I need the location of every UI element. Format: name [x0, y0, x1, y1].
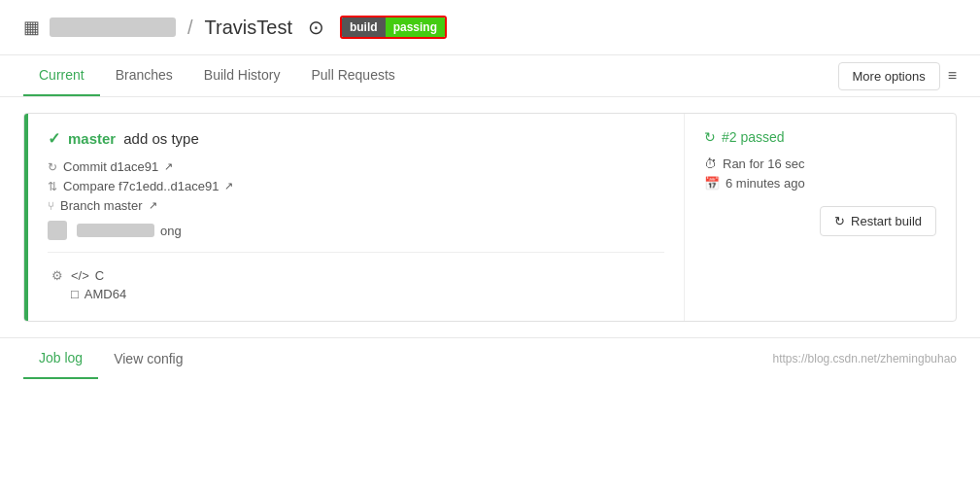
build-badge: build passing: [340, 16, 447, 39]
arch-icon: □: [71, 287, 79, 301]
commit-link-icon[interactable]: ↗: [164, 160, 173, 173]
restart-icon: ↻: [834, 214, 845, 228]
branch-link-icon[interactable]: ↗: [149, 199, 157, 212]
tab-current[interactable]: Current: [23, 55, 100, 96]
compare-icon: ⇅: [48, 180, 57, 193]
nav-bar: Current Branches Build History Pull Requ…: [0, 55, 980, 97]
check-icon: ✓: [48, 129, 60, 148]
ran-for-row: ⏱ Ran for 16 sec: [704, 157, 936, 171]
repo-icon: ▦: [23, 17, 40, 38]
user-avatar: [48, 221, 67, 240]
user-row: ong: [48, 221, 664, 240]
language-label: C: [95, 268, 104, 283]
repo-name-blurred: [50, 17, 176, 37]
commit-label[interactable]: Commit d1ace91: [63, 159, 158, 174]
commit-message: add os type: [123, 130, 199, 147]
badge-passing-label: passing: [386, 17, 445, 37]
main-content: ✓ master add os type ↻ Commit d1ace91 ↗ …: [0, 113, 980, 322]
passed-icon: ↻: [704, 129, 716, 145]
user-name-blurred: [77, 224, 154, 237]
compare-label[interactable]: Compare f7c1edd..d1ace91: [63, 179, 219, 193]
tab-pull-requests[interactable]: Pull Requests: [295, 55, 410, 96]
meta-items: </> C □ AMD64: [71, 268, 126, 301]
restart-build-button[interactable]: ↻ Restart build: [820, 206, 936, 236]
tab-build-history[interactable]: Build History: [188, 55, 296, 96]
separator: /: [187, 17, 193, 39]
more-options-button[interactable]: More options: [838, 62, 940, 90]
time-ago-row: 📅 6 minutes ago: [704, 176, 936, 191]
nav-actions: More options ≡: [838, 62, 958, 90]
branch-icon: ⑂: [48, 199, 54, 213]
tab-branches[interactable]: Branches: [100, 55, 188, 96]
build-status-label: #2 passed: [722, 129, 785, 145]
bottom-tabs: Job log View config https://blog.csdn.ne…: [0, 337, 980, 379]
commit-icon: ↻: [48, 160, 57, 174]
arch-label: AMD64: [84, 287, 126, 301]
gear-icon: ⚙: [51, 268, 63, 283]
branch-row: ⑂ Branch master ↗: [48, 198, 664, 213]
ran-for-label: Ran for 16 sec: [723, 157, 805, 171]
header-title: / TravisTest ⊙: [50, 16, 324, 39]
build-card-inner: ✓ master add os type ↻ Commit d1ace91 ↗ …: [24, 114, 956, 321]
build-title-row: ✓ master add os type: [48, 129, 664, 148]
restart-btn-container: ↻ Restart build: [704, 206, 936, 236]
user-name-suffix: ong: [160, 224, 182, 238]
build-left-panel: ✓ master add os type ↻ Commit d1ace91 ↗ …: [28, 114, 684, 321]
compare-row: ⇅ Compare f7c1edd..d1ace91 ↗: [48, 179, 664, 193]
github-icon[interactable]: ⊙: [308, 16, 324, 39]
divider: [48, 252, 664, 253]
build-meta: ⚙ </> C □ AMD64: [48, 264, 664, 305]
time-ago-label: 6 minutes ago: [726, 176, 805, 191]
commit-row: ↻ Commit d1ace91 ↗: [48, 159, 664, 174]
build-right-panel: ↻ #2 passed ⏱ Ran for 16 sec 📅 6 minutes…: [684, 114, 956, 321]
branch-label[interactable]: Branch master: [60, 198, 143, 213]
badge-build-label: build: [342, 17, 386, 37]
language-item: </> C: [71, 268, 126, 283]
branch-name[interactable]: master: [68, 130, 116, 147]
repo-title: TravisTest: [205, 17, 292, 39]
footer-url: https://blog.csdn.net/zhemingbuhao: [773, 352, 957, 365]
nav-tabs: Current Branches Build History Pull Requ…: [23, 55, 411, 96]
calendar-icon: 📅: [704, 176, 720, 191]
hamburger-icon[interactable]: ≡: [948, 67, 957, 85]
tab-view-config[interactable]: View config: [98, 339, 198, 378]
compare-link-icon[interactable]: ↗: [224, 180, 233, 192]
timer-icon: ⏱: [704, 157, 717, 171]
build-card: ✓ master add os type ↻ Commit d1ace91 ↗ …: [23, 113, 957, 322]
code-icon: </>: [71, 268, 89, 283]
restart-label: Restart build: [851, 214, 922, 228]
header: ▦ / TravisTest ⊙ build passing: [0, 0, 980, 55]
build-status: ↻ #2 passed: [704, 129, 936, 145]
tab-job-log[interactable]: Job log: [23, 338, 98, 379]
arch-item: □ AMD64: [71, 287, 126, 301]
